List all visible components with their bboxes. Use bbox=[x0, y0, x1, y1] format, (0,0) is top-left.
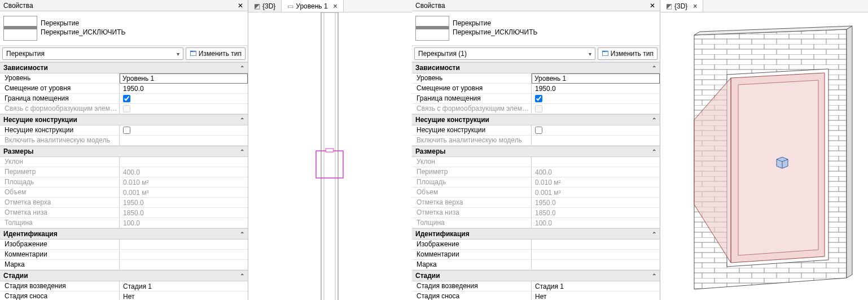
edit-type-button[interactable]: 🗔 Изменить тип bbox=[186, 47, 246, 60]
property-value[interactable] bbox=[120, 125, 248, 135]
property-row: Стадия возведенияСтадия 1 bbox=[412, 281, 660, 292]
property-value[interactable]: Стадия 1 bbox=[120, 281, 248, 291]
property-row: Стадия сносаНет bbox=[412, 292, 660, 300]
property-value bbox=[532, 136, 660, 145]
property-value[interactable] bbox=[532, 125, 660, 135]
group-title: Идентификация bbox=[3, 230, 58, 238]
property-value[interactable]: Уровень 1 bbox=[532, 73, 660, 84]
property-value bbox=[120, 136, 248, 145]
property-row: Стадия сносаНет bbox=[0, 292, 248, 300]
3d-view-pane: ◩ {3D} × bbox=[660, 0, 868, 300]
properties-table-right: Зависимости⌃УровеньУровень 1Смещение от … bbox=[412, 62, 660, 300]
family-label: Перекрытие bbox=[41, 19, 125, 28]
properties-table-left: Зависимости⌃УровеньУровень 1Смещение от … bbox=[0, 62, 248, 300]
property-label: Связь с формообразующим элеме... bbox=[0, 104, 120, 114]
tab-label: {3D} bbox=[262, 2, 275, 10]
property-label: Отметка верха bbox=[0, 198, 120, 207]
property-label: Уровень bbox=[412, 73, 532, 83]
property-label: Связь с формообразующим элеме... bbox=[412, 104, 532, 114]
close-icon[interactable]: × bbox=[334, 2, 337, 10]
property-label: Отметка верха bbox=[412, 198, 532, 207]
property-label: Граница помещения bbox=[412, 94, 532, 103]
property-row: Смещение от уровня1950.0 bbox=[412, 84, 660, 94]
svg-marker-13 bbox=[847, 26, 852, 278]
type-label: Перекрытие_ИСКЛЮЧИТЬ bbox=[41, 28, 125, 37]
svg-rect-4 bbox=[326, 149, 334, 152]
property-value[interactable]: Нет bbox=[120, 292, 248, 300]
property-value[interactable] bbox=[532, 240, 660, 249]
properties-panel-left: Свойства ✕ Перекрытие Перекрытие_ИСКЛЮЧИ… bbox=[0, 0, 248, 300]
edit-type-label: Изменить тип bbox=[611, 50, 654, 58]
property-value[interactable] bbox=[532, 260, 660, 269]
group-header[interactable]: Несущие конструкции⌃ bbox=[0, 114, 248, 125]
property-value[interactable]: 1950.0 bbox=[532, 84, 660, 93]
property-checkbox[interactable] bbox=[535, 127, 542, 134]
property-value bbox=[120, 157, 248, 167]
tab-3d[interactable]: ◩ {3D} × bbox=[660, 0, 703, 12]
edit-type-button[interactable]: 🗔 Изменить тип bbox=[598, 47, 657, 60]
plan-canvas[interactable] bbox=[248, 12, 412, 300]
group-header[interactable]: Размеры⌃ bbox=[412, 146, 660, 157]
property-label: Уровень bbox=[0, 73, 120, 83]
property-value[interactable] bbox=[120, 240, 248, 249]
property-value: 1950.0 bbox=[532, 198, 660, 207]
property-checkbox[interactable] bbox=[123, 95, 130, 102]
cube-icon: ◩ bbox=[254, 2, 260, 10]
category-dropdown[interactable]: Перекрытия ▾ bbox=[2, 47, 183, 60]
group-header[interactable]: Зависимости⌃ bbox=[412, 62, 660, 73]
property-value[interactable]: Уровень 1 bbox=[120, 73, 248, 84]
property-value[interactable]: Нет bbox=[532, 292, 660, 300]
property-label: Площадь bbox=[0, 177, 120, 187]
chevron-up-icon: ⌃ bbox=[652, 149, 656, 155]
property-checkbox[interactable] bbox=[123, 127, 130, 134]
property-label: Объем bbox=[412, 188, 532, 197]
property-row: УровеньУровень 1 bbox=[0, 73, 248, 84]
group-header[interactable]: Несущие конструкции⌃ bbox=[412, 114, 660, 125]
property-label: Стадия возведения bbox=[412, 281, 532, 291]
property-label: Марка bbox=[412, 260, 532, 269]
property-value[interactable]: Стадия 1 bbox=[532, 281, 660, 291]
property-value[interactable] bbox=[532, 94, 660, 103]
property-row: Уклон bbox=[412, 157, 660, 167]
close-icon[interactable]: ✕ bbox=[647, 2, 657, 10]
type-thumbnail bbox=[415, 16, 449, 41]
property-value[interactable] bbox=[120, 250, 248, 259]
group-header[interactable]: Размеры⌃ bbox=[0, 146, 248, 157]
chevron-up-icon: ⌃ bbox=[240, 117, 244, 123]
close-icon[interactable]: ✕ bbox=[235, 2, 246, 10]
property-row: Уклон bbox=[0, 157, 248, 167]
property-value[interactable] bbox=[120, 260, 248, 269]
group-header[interactable]: Стадии⌃ bbox=[0, 270, 248, 281]
property-checkbox[interactable] bbox=[535, 95, 542, 102]
group-header[interactable]: Идентификация⌃ bbox=[0, 228, 248, 240]
type-selector[interactable]: Перекрытие Перекрытие_ИСКЛЮЧИТЬ bbox=[412, 11, 660, 46]
property-row: Площадь0.010 м² bbox=[0, 177, 248, 188]
panel-header: Свойства ✕ bbox=[0, 0, 248, 11]
type-name: Перекрытие Перекрытие_ИСКЛЮЧИТЬ bbox=[41, 19, 125, 37]
category-value: Перекрытия (1) bbox=[418, 50, 467, 58]
chevron-up-icon: ⌃ bbox=[240, 149, 244, 155]
property-row: Изображение bbox=[412, 240, 660, 250]
property-value[interactable] bbox=[120, 94, 248, 103]
group-header[interactable]: Стадии⌃ bbox=[412, 270, 660, 281]
tab-level1[interactable]: ▭ Уровень 1 × bbox=[282, 0, 343, 12]
property-value[interactable]: 1950.0 bbox=[120, 84, 248, 93]
tab-3d[interactable]: ◩ {3D} bbox=[248, 0, 282, 12]
property-value[interactable] bbox=[532, 250, 660, 259]
group-title: Размеры bbox=[415, 147, 445, 155]
group-header[interactable]: Зависимости⌃ bbox=[0, 62, 248, 73]
type-name: Перекрытие Перекрытие_ИСКЛЮЧИТЬ bbox=[453, 19, 537, 37]
chevron-up-icon: ⌃ bbox=[240, 231, 244, 237]
family-label: Перекрытие bbox=[453, 19, 537, 28]
property-row: Толщина100.0 bbox=[0, 218, 248, 228]
property-row: Толщина100.0 bbox=[412, 218, 660, 228]
category-dropdown[interactable]: Перекрытия (1) ▾ bbox=[414, 47, 595, 60]
property-row: Связь с формообразующим элеме... bbox=[0, 104, 248, 114]
3d-canvas[interactable] bbox=[660, 12, 868, 300]
properties-panel-right: Свойства ✕ Перекрытие Перекрытие_ИСКЛЮЧИ… bbox=[412, 0, 660, 300]
plan-icon: ▭ bbox=[287, 2, 293, 10]
group-header[interactable]: Идентификация⌃ bbox=[412, 228, 660, 240]
property-value bbox=[120, 104, 248, 114]
close-icon[interactable]: × bbox=[693, 2, 697, 10]
type-selector[interactable]: Перекрытие Перекрытие_ИСКЛЮЧИТЬ bbox=[0, 11, 248, 46]
